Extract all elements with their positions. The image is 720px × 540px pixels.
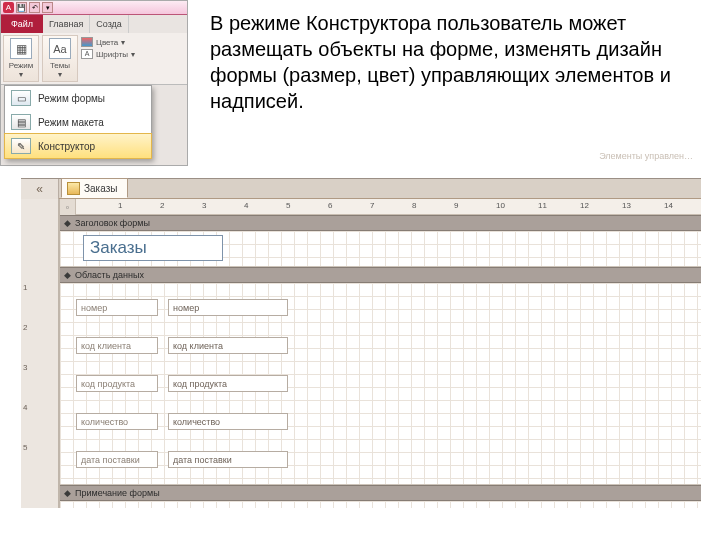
hruler-mark: 7 — [370, 201, 374, 210]
field-label[interactable]: код продукта — [76, 375, 158, 392]
themes-icon: Aa — [49, 38, 71, 59]
vruler-mark: 2 — [23, 323, 27, 332]
themes-button-label: Темы — [50, 61, 70, 70]
section-header-bar[interactable]: ◆Заголовок формы — [60, 215, 701, 231]
chevron-down-icon: ▾ — [19, 70, 23, 79]
view-button-label: Режим — [9, 61, 34, 70]
grid-icon: ▦ — [10, 38, 32, 59]
view-button[interactable]: ▦ Режим ▾ — [3, 35, 39, 82]
tab-create[interactable]: Созда — [90, 15, 129, 33]
menu-item-design-view[interactable]: ✎ Конструктор — [4, 133, 152, 159]
chevrons-left-icon: « — [36, 182, 43, 196]
horizontal-ruler: ▫ 1 2 3 4 5 6 7 8 9 10 11 12 13 14 — [60, 199, 701, 215]
form-view-icon: ▭ — [11, 90, 31, 106]
field-textbox[interactable]: дата поставки — [168, 451, 288, 468]
hruler-mark: 4 — [244, 201, 248, 210]
tab-home[interactable]: Главная — [43, 15, 90, 33]
qat-save-icon[interactable]: 💾 — [16, 2, 27, 13]
themes-button[interactable]: Aa Темы ▾ — [42, 35, 78, 82]
vruler-mark: 1 — [23, 283, 27, 292]
menu-label: Конструктор — [38, 141, 95, 152]
menu-label: Режим макета — [38, 117, 104, 128]
field-label[interactable]: код клиента — [76, 337, 158, 354]
explanation-text: В режиме Конструктора пользователь может… — [210, 10, 680, 114]
hruler-mark: 5 — [286, 201, 290, 210]
field-label[interactable]: дата поставки — [76, 451, 158, 468]
section-footer-body[interactable] — [60, 501, 701, 508]
hruler-mark: 10 — [496, 201, 505, 210]
section-detail-bar[interactable]: ◆Область данных — [60, 267, 701, 283]
tab-file[interactable]: Файл — [1, 15, 43, 33]
field-label[interactable]: количество — [76, 413, 158, 430]
qat-undo-icon[interactable]: ↶ — [29, 2, 40, 13]
fonts-label: Шрифты — [96, 50, 128, 59]
hruler-mark: 1 — [118, 201, 122, 210]
fonts-icon: A — [81, 49, 93, 59]
qat-redo-icon[interactable]: ▾ — [42, 2, 53, 13]
ribbon-body: ▦ Режим ▾ Aa Темы ▾ Цвета ▾ AШрифты ▾ — [1, 33, 187, 85]
object-tabs: Заказы — [59, 179, 701, 199]
menu-item-form-view[interactable]: ▭ Режим формы — [5, 86, 151, 110]
field-textbox[interactable]: код клиента — [168, 337, 288, 354]
object-tab-orders[interactable]: Заказы — [61, 178, 128, 198]
hruler-mark: 2 — [160, 201, 164, 210]
ribbon-fragment: A 💾 ↶ ▾ Файл Главная Созда ▦ Режим ▾ Aa … — [0, 0, 188, 166]
menu-item-layout-view[interactable]: ▤ Режим макета — [5, 110, 151, 134]
hruler-mark: 11 — [538, 201, 547, 210]
field-textbox[interactable]: номер — [168, 299, 288, 316]
form-title-label[interactable]: Заказы — [83, 235, 223, 261]
vruler-mark: 5 — [23, 443, 27, 452]
section-bullet-icon: ◆ — [64, 270, 71, 280]
nav-collapse[interactable]: « — [21, 179, 59, 199]
hruler-mark: 6 — [328, 201, 332, 210]
hruler-mark: 3 — [202, 201, 206, 210]
chevron-down-icon: ▾ — [58, 70, 62, 79]
colors-row[interactable]: Цвета ▾ — [81, 37, 185, 47]
colors-label: Цвета — [96, 38, 118, 47]
section-detail-label: Область данных — [75, 270, 144, 280]
menu-label: Режим формы — [38, 93, 105, 104]
hruler-mark: 13 — [622, 201, 631, 210]
vertical-ruler: 1 2 3 4 5 — [21, 199, 59, 508]
section-detail-body[interactable]: номер номер код клиента код клиента код … — [60, 283, 701, 485]
ruler-select-all[interactable]: ▫ — [60, 199, 76, 215]
hruler-mark: 12 — [580, 201, 589, 210]
app-icon[interactable]: A — [3, 2, 14, 13]
hruler-mark: 9 — [454, 201, 458, 210]
fonts-row[interactable]: AШрифты ▾ — [81, 49, 185, 59]
ribbon-tabs: Файл Главная Созда — [1, 15, 187, 33]
design-view-icon: ✎ — [11, 138, 31, 154]
section-bullet-icon: ◆ — [64, 488, 71, 498]
object-tab-label: Заказы — [84, 183, 117, 194]
section-header-body[interactable]: Заказы — [60, 231, 701, 267]
titlebar: A 💾 ↶ ▾ — [1, 1, 187, 15]
theme-options: Цвета ▾ AШрифты ▾ — [81, 35, 185, 82]
field-textbox[interactable]: количество — [168, 413, 288, 430]
section-bullet-icon: ◆ — [64, 218, 71, 228]
vruler-mark: 3 — [23, 363, 27, 372]
palette-icon — [81, 37, 93, 47]
section-footer-bar[interactable]: ◆Примечание формы — [60, 485, 701, 501]
design-surface[interactable]: ▫ 1 2 3 4 5 6 7 8 9 10 11 12 13 14 ◆Заго… — [59, 199, 701, 508]
field-label[interactable]: номер — [76, 299, 158, 316]
hruler-mark: 14 — [664, 201, 673, 210]
hruler-mark: 8 — [412, 201, 416, 210]
form-icon — [67, 182, 80, 195]
ghost-caption: Элементы управлен… — [599, 151, 693, 161]
vruler-mark: 4 — [23, 403, 27, 412]
section-header-label: Заголовок формы — [75, 218, 150, 228]
view-dropdown: ▭ Режим формы ▤ Режим макета ✎ Конструкт… — [4, 85, 152, 159]
section-footer-label: Примечание формы — [75, 488, 160, 498]
form-designer: Элементы управлен… « Заказы 1 2 3 4 5 ▫ … — [21, 178, 701, 508]
field-textbox[interactable]: код продукта — [168, 375, 288, 392]
layout-view-icon: ▤ — [11, 114, 31, 130]
